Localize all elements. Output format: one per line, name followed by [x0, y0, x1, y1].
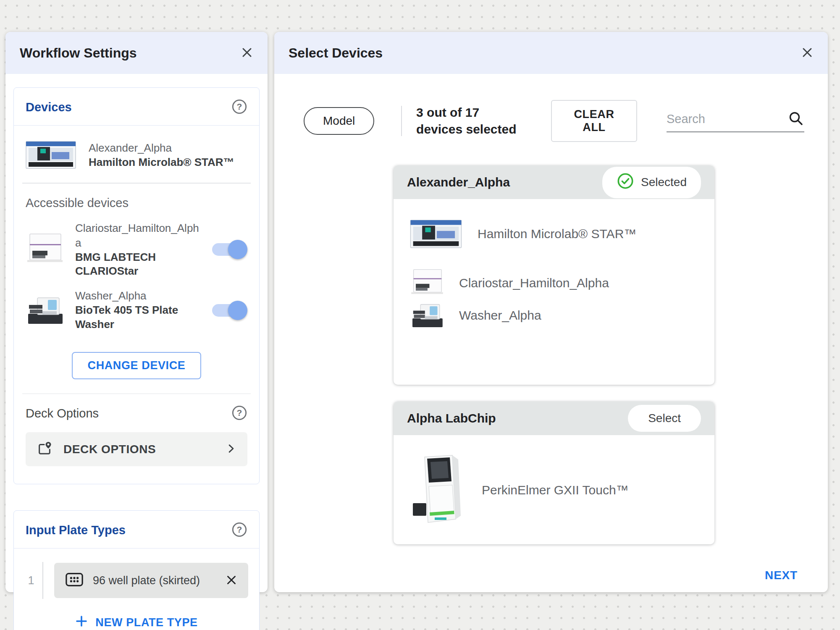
clear-all-button[interactable]: CLEAR ALL [551, 100, 637, 142]
device-item-label: Washer_Alpha [459, 308, 541, 323]
deck-options-help-button[interactable]: ? [231, 405, 247, 422]
input-plate-types-card: Input Plate Types ? 1 [13, 510, 260, 630]
accessible-device-row-clariostar: Clariostar_Hamilton_Alpha BMG LABTECH CL… [14, 216, 259, 284]
deck-options-section-header: Deck Options ? [14, 394, 259, 431]
chevron-right-icon [226, 443, 236, 455]
primary-device-model: Hamilton Microlab® STAR™ [89, 155, 234, 170]
search-input[interactable] [667, 112, 788, 126]
accessible-device-model: BMG LABTECH CLARIOStar [75, 250, 202, 279]
plate-icon [65, 572, 84, 589]
primary-device-name: Alexander_Alpha [89, 141, 234, 155]
washer-image [25, 294, 65, 327]
devices-card: Devices ? [13, 87, 260, 484]
accessible-device-name: Washer_Alpha [75, 289, 202, 303]
workflow-settings-header: Workflow Settings [5, 32, 268, 74]
selected-status-label: Selected [641, 176, 687, 189]
input-plate-types-title: Input Plate Types [26, 523, 126, 537]
device-item-row: Clariostar_Hamilton_Alpha [409, 268, 699, 298]
new-plate-type-button[interactable]: NEW PLATE TYPE [14, 603, 259, 630]
accessible-device-row-washer: Washer_Alpha BioTek 405 TS Plate Washer [14, 284, 259, 337]
svg-text:?: ? [237, 408, 242, 418]
deck-options-icon [37, 441, 52, 458]
close-icon [226, 574, 237, 587]
search-icon [788, 110, 804, 128]
close-icon [241, 46, 253, 60]
select-devices-panel: Select Devices Model 3 out of 17 devices… [274, 32, 828, 592]
deck-options-button-label: DECK OPTIONS [63, 443, 215, 456]
device-group-header: Alexander_Alpha Selected [394, 165, 714, 199]
washer-toggle[interactable] [212, 304, 246, 317]
select-devices-header: Select Devices [274, 32, 828, 74]
check-circle-icon [617, 172, 634, 193]
device-group-card-alexander-alpha: Alexander_Alpha Selected [394, 165, 714, 385]
clariostar-image [25, 231, 65, 268]
model-filter-chip[interactable]: Model [304, 107, 374, 135]
accessible-device-name: Clariostar_Hamilton_Alpha [75, 221, 202, 250]
plate-row-index: 1 [25, 574, 37, 587]
search-field [667, 110, 804, 132]
select-devices-close-button[interactable] [801, 46, 814, 60]
device-item-label: Clariostar_Hamilton_Alpha [459, 276, 609, 290]
device-group-header: Alpha LabChip Select [394, 402, 714, 435]
workflow-close-button[interactable] [241, 46, 253, 60]
toggle-thumb [228, 240, 247, 259]
help-icon: ? [231, 522, 247, 539]
device-group-card-alpha-labchip: Alpha LabChip Select [394, 402, 714, 544]
washer-image [409, 301, 446, 330]
plate-row: 1 96 well plate (skirted) [14, 549, 259, 603]
workflow-settings-panel: Workflow Settings Devices ? [5, 32, 268, 592]
change-device-button[interactable]: CHANGE DEVICE [72, 352, 202, 379]
svg-text:?: ? [237, 102, 242, 111]
selected-status-pill[interactable]: Selected [602, 167, 701, 198]
help-icon: ? [231, 99, 247, 116]
select-action-pill[interactable]: Select [628, 405, 701, 432]
plate-type-label: 96 well plate (skirted) [93, 574, 216, 587]
primary-device-row: Alexander_Alpha Hamilton Microlab® STAR™ [14, 126, 259, 181]
selection-summary: 3 out of 17 devices selected [416, 104, 522, 138]
plate-row-divider [42, 562, 43, 599]
input-plate-types-help-button[interactable]: ? [231, 522, 247, 539]
filter-divider [401, 106, 402, 136]
device-group-title: Alexander_Alpha [407, 175, 510, 189]
filter-row: Model 3 out of 17 devices selected CLEAR… [304, 100, 804, 142]
devices-help-button[interactable]: ? [231, 99, 247, 116]
hamilton-star-image [409, 217, 464, 251]
accessible-device-texts: Washer_Alpha BioTek 405 TS Plate Washer [75, 289, 202, 332]
next-button[interactable]: NEXT [765, 569, 798, 582]
perkinelmer-gxii-image [409, 453, 468, 528]
deck-options-section-title: Deck Options [26, 407, 99, 420]
device-item-row: PerkinElmer GXII Touch™ [409, 453, 699, 528]
device-item-row: Hamilton Microlab® STAR™ [409, 217, 699, 251]
select-devices-title: Select Devices [289, 45, 383, 61]
clariostar-image [409, 268, 446, 298]
accessible-devices-label: Accessible devices [14, 184, 259, 216]
toggle-thumb [228, 301, 247, 320]
remove-plate-button[interactable] [226, 574, 237, 587]
clariostar-toggle[interactable] [212, 243, 246, 256]
devices-section-header: Devices ? [14, 88, 259, 126]
workflow-settings-body: Devices ? [5, 74, 268, 630]
input-plate-types-header: Input Plate Types ? [14, 511, 259, 549]
plate-type-chip[interactable]: 96 well plate (skirted) [54, 563, 248, 598]
device-item-label: PerkinElmer GXII Touch™ [482, 483, 629, 497]
devices-section-title: Devices [26, 100, 72, 114]
primary-device-texts: Alexander_Alpha Hamilton Microlab® STAR™ [89, 141, 234, 170]
deck-options-button[interactable]: DECK OPTIONS [26, 432, 247, 466]
device-cards-column: Alexander_Alpha Selected [394, 165, 714, 544]
plus-icon [75, 615, 88, 630]
new-plate-type-label: NEW PLATE TYPE [95, 616, 197, 629]
accessible-device-texts: Clariostar_Hamilton_Alpha BMG LABTECH CL… [75, 221, 202, 279]
device-group-body: PerkinElmer GXII Touch™ [394, 435, 714, 544]
change-device-wrap: CHANGE DEVICE [14, 352, 259, 379]
hamilton-star-image [25, 138, 78, 172]
search-button[interactable] [788, 110, 804, 128]
svg-text:?: ? [237, 525, 242, 535]
device-group-title: Alpha LabChip [407, 411, 496, 425]
help-icon: ? [231, 405, 247, 422]
close-icon [801, 46, 814, 60]
device-item-label: Hamilton Microlab® STAR™ [478, 227, 636, 241]
device-item-row: Washer_Alpha [409, 301, 699, 330]
device-group-body: Hamilton Microlab® STAR™ Clariostar_Hami… [394, 199, 714, 385]
workflow-settings-title: Workflow Settings [20, 45, 137, 61]
accessible-device-model: BioTek 405 TS Plate Washer [75, 303, 202, 332]
